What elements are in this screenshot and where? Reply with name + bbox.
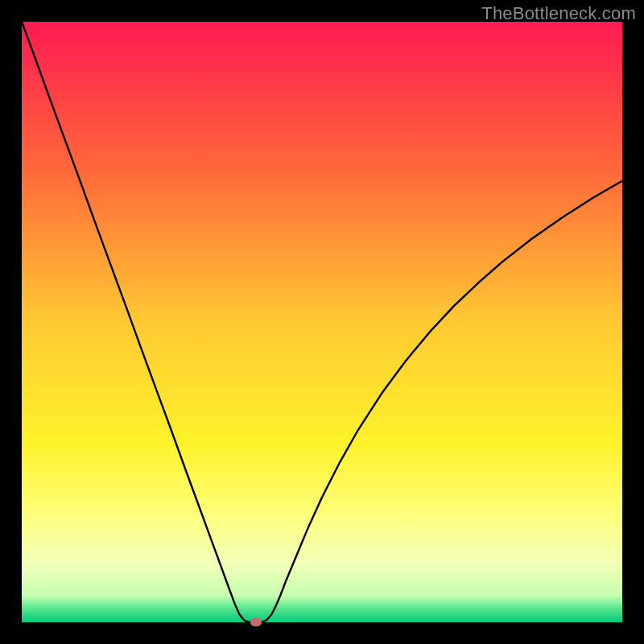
chart-background: [22, 22, 622, 622]
bottleneck-chart: [22, 22, 622, 622]
watermark-text: TheBottleneck.com: [481, 3, 636, 24]
chart-frame: [22, 22, 622, 622]
optimal-point-marker: [250, 618, 262, 626]
